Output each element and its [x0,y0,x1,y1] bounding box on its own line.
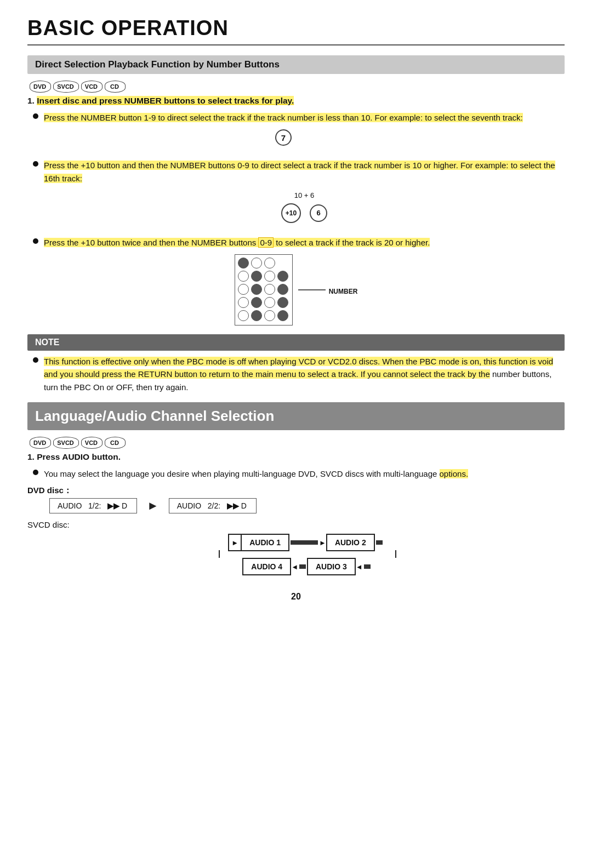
step1-label: 1. Insert disc and press NUMBER buttons … [27,96,565,106]
bullet-item-1: Press the NUMBER button 1-9 to direct se… [33,111,565,153]
disc-icon-cd: CD [105,81,126,93]
lang-disc-icons-row: DVD SVCD VCD CD [30,437,565,449]
track-example: +10 6 [44,203,565,223]
lang-disc-icon-dvd: DVD [30,437,51,449]
page-number: 20 [27,592,565,602]
svcd-disc-label: SVCD disc: [27,520,565,529]
note-header: NOTE [27,334,565,351]
direct-selection-header: Direct Selection Playback Function by Nu… [27,55,565,74]
numpad-cell-r3c2 [251,284,262,295]
circle-plus10: +10 [281,203,301,223]
numpad-cell-r5c1 [238,310,249,321]
svcd-diagram: ► AUDIO 1 ► AUDIO 2 AUDIO 4 ◄ AUDIO 3 [49,534,565,575]
disc-icon-dvd: DVD [30,81,51,93]
disc-icon-vcd: VCD [81,81,103,93]
numpad-cell-r5c3 [264,310,275,321]
numpad-cell-r2c1 [238,271,249,282]
lang-step1-label: 1. Press AUDIO button. [27,452,565,462]
numpad-cell-r1c4 [277,258,288,269]
lang-bullet-text: You may select the language you desire w… [44,467,468,480]
step1-prefix: 1. [27,96,37,105]
disc-icon-svcd: SVCD [53,81,79,93]
numpad-cell-r4c2 [251,297,262,308]
dvd-audio-box-2: AUDIO 2/2: ▶▶ D [169,498,257,513]
dvd-audio1-text: AUDIO 1/2: ▶▶ D [58,501,127,510]
numpad-cell-r4c4 [277,297,288,308]
numpad-cell-r5c4 [277,310,288,321]
language-audio-section: Language/Audio Channel Selection DVD SVC… [27,402,565,575]
bullet-text-2: Press the +10 button and then the NUMBER… [44,159,565,231]
dvd-audio-box-1: AUDIO 1/2: ▶▶ D [49,498,137,513]
numpad-grid [235,254,293,326]
svcd-row-2: AUDIO 4 ◄ AUDIO 3 ◄ [242,558,371,575]
circle-7: 7 [275,129,292,146]
note-bullet-dot [33,357,38,363]
dvd-audio-row: AUDIO 1/2: ▶▶ D ► AUDIO 2/2: ▶▶ D [49,498,565,513]
lang-options-highlight: options. [440,469,469,478]
lang-disc-icon-svcd: SVCD [53,437,79,449]
language-audio-header: Language/Audio Channel Selection [27,402,565,430]
svcd-row-1: ► AUDIO 1 ► AUDIO 2 [228,534,385,551]
bullet-dot-1 [33,113,38,119]
bullet-dot-2 [33,161,38,167]
lang-bullet-dot [33,470,38,475]
step1-underlined: Insert disc and press NUMBER buttons to … [37,96,294,105]
svcd-audio4-box: AUDIO 4 [242,558,291,575]
numpad-cell-r2c2 [251,271,262,282]
numpad-cell-r3c3 [264,284,275,295]
dvd-disc-label: DVD disc： [27,486,565,496]
numpad-cell-r2c3 [264,271,275,282]
numpad-label: NUMBER [329,288,358,295]
note-section: NOTE This function is effective only whe… [27,334,565,393]
numpad-cell-r1c1 [238,258,249,269]
bullet2-highlighted: Press the +10 button and then the NUMBER… [44,161,555,182]
numpad-cell-r1c3 [264,258,275,269]
bullet-text-3: Press the +10 button twice and then the … [44,236,430,249]
numpad-cell-r4c1 [238,297,249,308]
numpad-cell-r5c2 [251,310,262,321]
title-divider [27,44,565,45]
lang-disc-icon-vcd: VCD [81,437,103,449]
bullet1-highlighted: Press the NUMBER button 1-9 to direct se… [44,113,523,122]
svcd-audio1-box: AUDIO 1 [241,535,288,550]
bullet-text-1: Press the NUMBER button 1-9 to direct se… [44,111,523,153]
note-bullet-item: This function is effective only when the… [33,355,565,393]
bullet-item-3: Press the +10 button twice and then the … [33,236,565,249]
bullet-dot-3 [33,238,38,244]
numpad-cell-r3c1 [238,284,249,295]
numpad-cell-r3c4 [277,284,288,295]
numpad-cell-r2c4 [277,271,288,282]
numpad-cell-r1c2 [251,258,262,269]
svcd-audio2-box: AUDIO 2 [326,534,375,551]
note-text: This function is effective only when the… [44,355,565,393]
direct-selection-section: Direct Selection Playback Function by Nu… [27,55,565,326]
numpad-cell-r4c3 [264,297,275,308]
disc-icons-row: DVD SVCD VCD CD [30,81,565,93]
page-title: BASIC OPERATION [27,16,565,40]
lang-bullet-list: You may select the language you desire w… [33,467,565,480]
numpad-container: NUMBER [27,254,565,326]
bullet3-highlighted: Press the +10 button twice and then the … [44,238,430,247]
dvd-audio2-text: AUDIO 2/2: ▶▶ D [177,501,247,510]
bullet-item-2: Press the +10 button and then the NUMBER… [33,159,565,231]
lang-disc-icon-cd: CD [105,437,126,449]
circle-6: 6 [310,204,327,222]
lang-bullet-item: You may select the language you desire w… [33,467,565,480]
svcd-audio3-box: AUDIO 3 [307,558,356,575]
bullet1-example: 7 [44,129,523,146]
note-highlighted: This function is effective only when the… [44,357,553,379]
bullet2-example: 10 + 6 +10 6 [44,190,565,223]
note-bullet-list: This function is effective only when the… [33,355,565,393]
bullet-list: Press the NUMBER button 1-9 to direct se… [33,111,565,249]
track-label: 10 + 6 [44,190,565,201]
dvd-arrow: ► [147,499,159,513]
